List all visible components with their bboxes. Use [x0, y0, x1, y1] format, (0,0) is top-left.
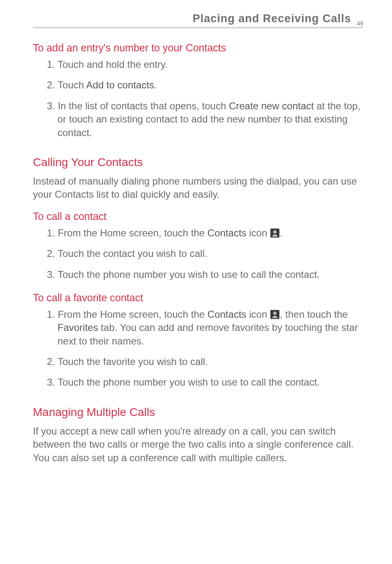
managing-calls-intro: If you accept a new call when you're alr… [33, 425, 363, 465]
bold-contacts-2: Contacts [208, 309, 247, 320]
to-call-step-1: 1. From the Home screen, touch the Conta… [33, 227, 363, 240]
page-content: Placing and Receiving Calls 49 To add an… [0, 0, 392, 498]
section-heading-managing-calls: Managing Multiple Calls [33, 406, 363, 419]
header-title: Placing and Receiving Calls [193, 12, 351, 25]
add-entry-step-2: 2. Touch Add to contacts. [33, 79, 363, 92]
bold-add-to-contacts: Add to contacts [86, 79, 154, 90]
to-call-step-3: 3. Touch the phone number you wish to us… [33, 268, 363, 281]
page-header: Placing and Receiving Calls 49 [33, 12, 363, 28]
sub-heading-to-call-favorite: To call a favorite contact [33, 292, 363, 304]
page-number: 49 [357, 20, 363, 27]
bold-create-new-contact: Create new contact [229, 100, 314, 111]
to-call-step-2: 2. Touch the contact you wish to call. [33, 247, 363, 260]
add-entry-step-3: 3. In the list of contacts that opens, t… [33, 99, 363, 139]
bold-contacts-1: Contacts [208, 227, 247, 238]
bold-favorites: Favorites [58, 322, 98, 333]
calling-contacts-intro: Instead of manually dialing phone number… [33, 175, 363, 201]
svg-point-1 [273, 312, 277, 315]
to-call-fav-step-3: 3. Touch the phone number you wish to us… [33, 376, 363, 389]
contacts-icon [270, 229, 279, 238]
contacts-icon [270, 310, 279, 319]
add-entry-step-1: 1. Touch and hold the entry. [33, 58, 363, 71]
sub-heading-to-call-contact: To call a contact [33, 210, 363, 222]
sub-heading-add-entry: To add an entry's number to your Contact… [33, 42, 363, 54]
to-call-fav-step-2: 2. Touch the favorite you wish to call. [33, 355, 363, 368]
to-call-fav-step-1: 1. From the Home screen, touch the Conta… [33, 308, 363, 348]
svg-point-0 [273, 230, 277, 233]
section-heading-calling-contacts: Calling Your Contacts [33, 156, 363, 169]
